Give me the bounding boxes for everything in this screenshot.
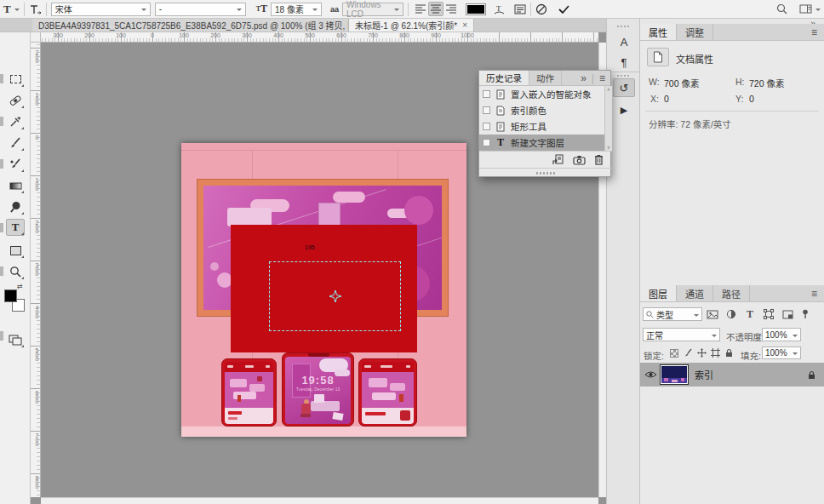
lock-artboard-icon[interactable]: [710, 347, 721, 358]
scroll-down-icon[interactable]: ∨: [605, 144, 612, 151]
layer-name[interactable]: 索引: [695, 368, 713, 381]
tool-spot-healing-brush[interactable]: [7, 93, 24, 108]
lock-all-icon[interactable]: [724, 347, 735, 358]
filter-pin-icon[interactable]: [800, 307, 810, 321]
tab-history[interactable]: 历史记录: [479, 71, 529, 85]
history-panel-button[interactable]: ↺: [613, 78, 635, 97]
panel-resize-grip[interactable]: [479, 168, 612, 177]
layer-filter-select[interactable]: 类型: [643, 307, 702, 321]
collapse-panel-icon[interactable]: »: [581, 72, 587, 84]
filter-pixel-layers-icon[interactable]: [705, 307, 720, 321]
tool-rectangular-marquee[interactable]: [7, 72, 24, 87]
vertical-ruler[interactable]: 200 100 0 100 200 300 400 500 600 700 80…: [31, 43, 41, 497]
history-state-row-selected[interactable]: T 新建文字图层: [479, 135, 604, 151]
chevron-down-icon: [793, 335, 798, 340]
panel-menu-icon[interactable]: ≡: [811, 285, 824, 301]
new-document-from-state-icon[interactable]: [552, 154, 564, 165]
tool-brush[interactable]: [7, 135, 24, 151]
phone-app-header: [225, 362, 273, 372]
history-state-row[interactable]: 矩形工具: [479, 118, 604, 135]
font-style-select[interactable]: -: [155, 3, 246, 16]
tool-mixer-brush[interactable]: [7, 157, 24, 172]
y-value[interactable]: 0: [749, 94, 754, 104]
tab-adjustments[interactable]: 调整: [677, 24, 713, 40]
font-size-select[interactable]: 18 像素: [271, 3, 322, 16]
w-value[interactable]: 700 像素: [664, 77, 699, 89]
history-state-row[interactable]: 置入嵌入的智能对象: [479, 86, 604, 102]
filter-shape-layers-icon[interactable]: [761, 307, 776, 321]
h-value[interactable]: 720 像素: [749, 77, 784, 89]
dock-grip[interactable]: [617, 75, 631, 77]
panel-menu-icon[interactable]: ≡: [599, 72, 605, 84]
tool-type[interactable]: T: [6, 219, 25, 236]
history-scrollbar[interactable]: ∧ ∨: [604, 86, 612, 151]
history-brush-source-checkbox[interactable]: [483, 106, 490, 114]
tool-eyedropper[interactable]: [7, 114, 24, 129]
x-value[interactable]: 0: [664, 94, 669, 104]
align-center-button[interactable]: [428, 2, 443, 16]
history-brush-source-checkbox[interactable]: [483, 139, 490, 146]
workspace-switcher-icon[interactable]: [799, 2, 812, 17]
character-panel-button[interactable]: A: [613, 32, 635, 51]
text-color-swatch[interactable]: [466, 3, 486, 15]
tool-rectangle[interactable]: [7, 243, 24, 258]
ruler-corner[interactable]: [31, 32, 41, 43]
tool-gradient[interactable]: [7, 178, 24, 193]
commit-edit-icon[interactable]: [558, 2, 570, 17]
horizontal-ruler[interactable]: 300 200 100 0 100 200 300 400 500 600 70…: [41, 32, 598, 43]
screen-mode-icon[interactable]: [7, 332, 24, 347]
layer-row[interactable]: 索引: [640, 363, 824, 387]
align-right-button[interactable]: [443, 2, 459, 16]
panel-menu-icon[interactable]: ≡: [811, 24, 824, 40]
foreground-color-swatch[interactable]: [4, 289, 17, 302]
history-brush-source-checkbox[interactable]: [483, 123, 490, 130]
filter-smart-objects-icon[interactable]: [780, 307, 795, 321]
filter-type-layers-icon[interactable]: T: [742, 307, 758, 321]
warp-text-icon[interactable]: T: [493, 2, 506, 17]
tool-preset-icon[interactable]: T: [3, 2, 11, 17]
fill-label: 填充:: [741, 349, 761, 362]
history-brush-source-checkbox[interactable]: [483, 90, 490, 98]
tool-dodge[interactable]: [7, 199, 24, 215]
search-icon[interactable]: [776, 2, 787, 17]
anti-alias-value: Windows LCD: [346, 0, 391, 19]
tool-zoom[interactable]: [7, 264, 24, 279]
tab-paths[interactable]: 路径: [713, 285, 750, 301]
opacity-select[interactable]: 100%: [762, 328, 801, 341]
canvas[interactable]: 195: [181, 143, 466, 437]
toggle-text-orientation-icon[interactable]: [29, 2, 42, 17]
lock-image-icon[interactable]: [683, 347, 694, 358]
actions-panel-button[interactable]: ▶: [613, 100, 635, 119]
font-family-select[interactable]: 宋体: [51, 3, 151, 16]
blend-mode-select[interactable]: 正常: [643, 328, 720, 341]
document-tab-psd[interactable]: D3BEA4A9397831_5CA1C758725B6_E38BA592_6D…: [32, 19, 349, 32]
paragraph-panel-button[interactable]: ¶: [613, 53, 635, 72]
tab-channels[interactable]: 通道: [677, 285, 713, 301]
anti-alias-select[interactable]: Windows LCD: [342, 3, 403, 16]
close-icon[interactable]: ×: [462, 20, 467, 30]
lock-transparency-icon[interactable]: [668, 347, 679, 358]
swap-colors-icon[interactable]: ⇄: [17, 283, 23, 290]
dock-grip[interactable]: [617, 26, 631, 27]
align-left-button[interactable]: [413, 2, 428, 16]
filter-adjustment-layers-icon[interactable]: [724, 307, 739, 321]
ruler-label: 100: [31, 92, 40, 111]
cancel-edit-icon[interactable]: [535, 2, 547, 17]
workspace-caret[interactable]: [815, 9, 821, 14]
lock-position-icon[interactable]: [696, 347, 707, 358]
layer-visibility-toggle[interactable]: [640, 370, 661, 379]
fill-select[interactable]: 100%: [762, 346, 801, 359]
layer-thumbnail[interactable]: [661, 365, 688, 384]
delete-state-icon[interactable]: [594, 154, 604, 165]
history-state-row[interactable]: 索引颜色: [479, 102, 604, 118]
scroll-up-icon[interactable]: ∧: [605, 86, 612, 93]
horizontal-scrollbar[interactable]: [41, 497, 598, 504]
toggle-panels-icon[interactable]: [514, 2, 526, 17]
tab-properties[interactable]: 属性: [640, 24, 677, 40]
tab-actions[interactable]: 动作: [529, 71, 562, 85]
new-snapshot-icon[interactable]: [573, 155, 586, 165]
tab-layers[interactable]: 图层: [640, 285, 677, 301]
tool-preset-caret[interactable]: [14, 9, 20, 14]
phone-clock: 19:58: [285, 374, 351, 387]
document-tab-untitled[interactable]: 未标题-1 @ 62.1%(索引颜* ×: [349, 19, 474, 32]
